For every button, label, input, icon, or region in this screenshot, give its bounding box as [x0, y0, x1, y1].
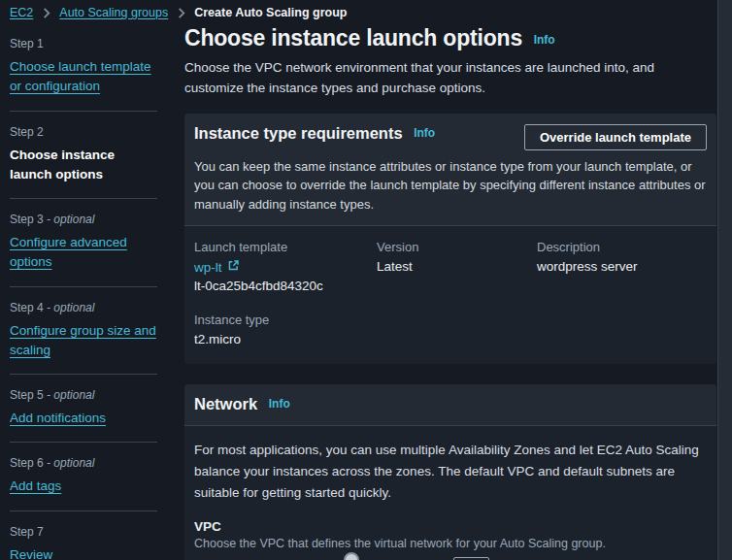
network-panel-title: Network [194, 395, 257, 412]
breadcrumb-current: Create Auto Scaling group [194, 6, 347, 19]
step-item-5: Step 5 - optional Add notifications [10, 380, 157, 443]
step-number: Step 1 [10, 37, 157, 50]
page-description: Choose the VPC network environment that … [184, 58, 716, 99]
page-header: Choose instance launch options Info Choo… [184, 25, 716, 99]
vpc-label: VPC [194, 519, 707, 534]
override-launch-template-button[interactable]: Override launch template [524, 124, 707, 150]
network-panel-body: For most applications, you can use multi… [184, 426, 716, 560]
launch-template-id: lt-0ca25b4cfbd84320c [194, 279, 377, 293]
step-item-3: Step 3 - optional Configure advanced opt… [10, 205, 157, 287]
sidebar-link-configure-group-size[interactable]: Configure group size and scaling [10, 323, 156, 357]
launch-template-field: Launch template wp-lt lt-0ca25b4cfbd8432… [194, 240, 377, 293]
breadcrumb-link-ec2[interactable]: EC2 [10, 6, 33, 19]
chevron-right-icon [177, 8, 185, 18]
sidebar-link-configure-advanced-options[interactable]: Configure advanced options [10, 235, 127, 269]
instance-type-label: Instance type [194, 313, 377, 327]
version-value: Latest [377, 259, 537, 274]
instance-panel-title: Instance type requirements [194, 124, 403, 142]
vpc-help-text: Choose the VPC that defines the virtual … [194, 537, 707, 550]
breadcrumb-link-auto-scaling-groups[interactable]: Auto Scaling groups [59, 6, 168, 19]
sidebar-link-add-notifications[interactable]: Add notifications [10, 411, 106, 425]
instance-panel-info-link[interactable]: Info [414, 126, 435, 140]
description-label: Description [537, 240, 707, 254]
page-title: Choose instance launch options [184, 25, 522, 50]
step-item-4: Step 4 - optional Configure group size a… [10, 293, 157, 376]
right-side-panel-rail[interactable] [717, 0, 732, 560]
instance-panel-header: Instance type requirements Info Override… [184, 114, 716, 227]
network-panel: Network Info For most applications, you … [184, 384, 716, 560]
description-field: Description wordpress server [537, 240, 707, 293]
instance-type-field: Instance type t2.micro [194, 313, 377, 346]
step-number: Step 3 - optional [10, 213, 157, 226]
sidebar-link-choose-launch-template[interactable]: Choose launch template or configuration [10, 59, 151, 93]
page-info-link[interactable]: Info [534, 33, 555, 47]
main-content: Choose instance launch options Info Choo… [184, 25, 716, 560]
instance-type-requirements-panel: Instance type requirements Info Override… [184, 114, 716, 365]
vpc-field: VPC Choose the VPC that defines the virt… [194, 519, 707, 560]
step-number: Step 5 - optional [10, 388, 157, 402]
step-item-1: Step 1 Choose launch template or configu… [10, 29, 157, 112]
network-description: For most applications, you can use multi… [194, 440, 707, 503]
step-item-2: Step 2 Choose instance launch options [10, 117, 157, 200]
instance-panel-description: You can keep the same instance attribute… [194, 157, 707, 214]
sidebar-link-add-tags[interactable]: Add tags [10, 478, 61, 493]
external-link-icon [227, 259, 240, 275]
breadcrumb: EC2 Auto Scaling groups Create Auto Scal… [0, 0, 732, 23]
sidebar-current-step-label: Choose instance launch options [10, 146, 157, 185]
network-panel-info-link[interactable]: Info [269, 397, 290, 411]
steps-sidebar: Step 1 Choose launch template or configu… [10, 29, 157, 560]
launch-template-label: Launch template [194, 240, 377, 254]
chevron-right-icon [42, 8, 50, 18]
step-number: Step 6 - optional [10, 456, 157, 470]
sidebar-link-review[interactable]: Review [10, 547, 52, 560]
step-number: Step 7 [10, 525, 157, 539]
step-number: Step 2 [10, 125, 157, 139]
step-number: Step 4 - optional [10, 301, 157, 314]
network-panel-header: Network Info [184, 384, 716, 426]
step-item-7: Step 7 Review [10, 517, 157, 560]
launch-template-link[interactable]: wp-lt [194, 259, 240, 275]
description-value: wordpress server [537, 259, 707, 274]
version-label: Version [377, 240, 537, 254]
launch-template-details: Launch template wp-lt lt-0ca25b4cfbd8432… [184, 226, 716, 364]
version-field: Version Latest [377, 240, 537, 293]
instance-type-value: t2.micro [194, 332, 377, 346]
step-item-6: Step 6 - optional Add tags [10, 448, 157, 511]
